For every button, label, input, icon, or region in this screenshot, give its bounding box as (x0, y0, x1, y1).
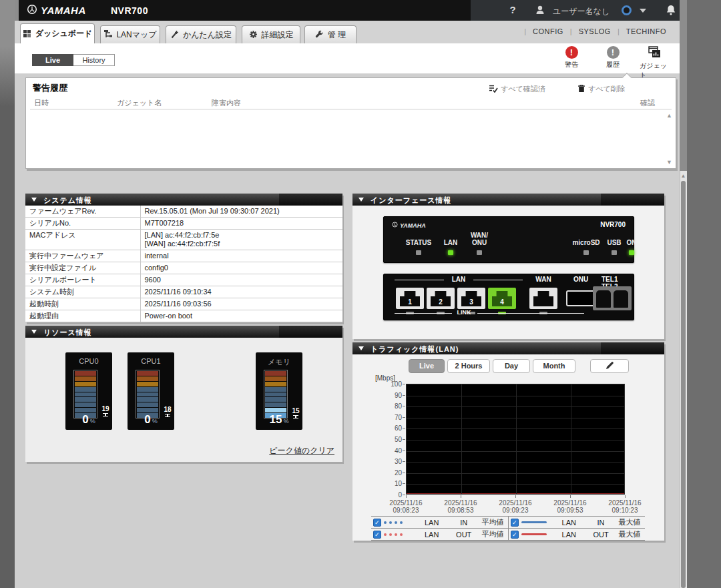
value-line: M7T007218 (145, 219, 339, 228)
device-rear-panel: LAN1234WANONUTEL1 TEL2LINK (383, 274, 634, 320)
quick-link-techinfo[interactable]: TECHINFO (620, 27, 673, 35)
y-tick-mark (403, 451, 405, 451)
value-line: [LAN] ac:44:f2:cb:f7:5e (145, 231, 339, 240)
quick-link-syslog[interactable]: SYSLOG (572, 27, 618, 35)
rj45-jack: 1 (400, 291, 420, 306)
gridline-h (407, 428, 624, 429)
y-tick-mark (403, 473, 405, 473)
live-toggle-button[interactable]: Live (32, 54, 73, 66)
legend-checkbox[interactable]: ✓ (373, 519, 381, 527)
interface-info-header[interactable]: インターフェース情報 (352, 194, 664, 206)
toolbar-icon-label: 警告 (565, 60, 578, 69)
lan-port-3: 3 (457, 288, 485, 309)
clear-peak-link[interactable]: ピーク値のクリア (269, 445, 334, 457)
solid-line-sample (521, 533, 551, 535)
window-left-edge (0, 0, 15, 588)
collapse-arrow-icon (31, 330, 37, 334)
x-label-time: 09:08:53 (437, 507, 485, 514)
y-tick-mark (403, 428, 405, 428)
panel-line (395, 280, 444, 280)
panel-line (473, 280, 523, 280)
legend-entry-LAN-OUT-平均値: ✓LANOUT平均値 (371, 529, 508, 540)
range-button-day[interactable]: Day (493, 359, 530, 373)
column-header-3: 確認 (640, 98, 655, 108)
brand: YAMAHA (27, 4, 86, 16)
system-info-row: 起動時刻2025/11/16 09:03:56 (25, 298, 342, 310)
system-info-header[interactable]: システム情報 (25, 194, 342, 206)
x-label-date: 2025/11/16 (491, 499, 539, 507)
system-row-value: M7T007218 (140, 218, 342, 230)
list-scroll-down[interactable]: ▼ (666, 159, 672, 166)
history-toggle-button[interactable]: History (73, 54, 115, 66)
dashboard-icon (23, 29, 32, 39)
tab-label: 管 理 (328, 29, 346, 41)
legend-row: ✓LANOUT平均値✓LANOUT最大値 (371, 529, 645, 541)
link-line (395, 313, 452, 314)
toolbar-icon-ガジェット[interactable]: ガジェット (640, 46, 669, 80)
toolbar-icon-履歴[interactable]: !履歴 (598, 46, 628, 80)
pencil-icon (605, 361, 614, 372)
legend-checkbox[interactable]: ✓ (511, 519, 519, 527)
system-row-value: Rev.15.05.01 (Mon Jul 19 09:30:07 2021) (140, 206, 342, 218)
system-row-value: 9600 (140, 274, 342, 286)
toolbar-icon-警告[interactable]: !警告 (557, 46, 586, 80)
x-tick-mark (625, 495, 626, 498)
delete-all-button[interactable]: すべて削除 (577, 84, 626, 94)
gridline-v (571, 384, 571, 494)
gauge-percent: 15% (256, 413, 302, 426)
gauge-segment (75, 382, 96, 386)
dot (389, 521, 392, 524)
range-button-2-hours[interactable]: 2 Hours (447, 359, 490, 373)
user-icon (534, 4, 546, 17)
gauge-segment (265, 382, 286, 386)
legend-checkbox[interactable]: ✓ (511, 531, 519, 539)
traffic-info-header[interactable]: トラフィック情報(LAN) (352, 342, 664, 354)
legend-entry-LAN-OUT-最大値: ✓LANOUT最大値 (508, 529, 645, 540)
tab-advanced[interactable]: 詳細設定 (242, 25, 300, 43)
traffic-info-panel: トラフィック情報(LAN) Live2 HoursDayMonth [Mbps]… (352, 342, 664, 541)
range-button-live[interactable]: Live (409, 359, 445, 373)
wan-label: WAN (535, 276, 551, 283)
legend-interface: LAN (413, 531, 451, 539)
legend-stat: 最大値 (614, 529, 645, 539)
list-scroll-up[interactable]: ▲ (666, 112, 672, 119)
tab-lanmap[interactable]: LANマップ (100, 25, 160, 43)
resource-info-header[interactable]: リソース情報 (25, 326, 342, 338)
legend-stat: 最大値 (614, 517, 645, 527)
yamaha-logo-icon (392, 222, 398, 229)
tab-management[interactable]: 管 理 (304, 25, 356, 43)
dotted-line-sample (384, 521, 413, 524)
collapse-arrow-icon (358, 346, 364, 350)
system-info-row: シリアルNo.M7T007218 (25, 218, 342, 230)
notification-bell-icon[interactable] (665, 4, 677, 17)
scrollbar-up-arrow[interactable]: ▲ (680, 173, 686, 180)
tab-label: 詳細設定 (262, 29, 294, 41)
tab-dashboard[interactable]: ダッシュボード (20, 23, 95, 43)
gadget-icon (648, 46, 661, 60)
gauge-segment (137, 397, 158, 402)
gridline-h (407, 473, 624, 474)
legend-checkbox[interactable]: ✓ (373, 531, 381, 539)
device-brand: YAMAHA (392, 222, 426, 229)
range-button-month[interactable]: Month (533, 359, 575, 373)
topbar: YAMAHA NVR700 ? ユーザー名なし (19, 0, 680, 21)
help-button[interactable]: ? (506, 4, 519, 15)
gauge-bar (73, 370, 97, 418)
scrollbar-thumb[interactable] (681, 181, 686, 588)
solid-line-sample (521, 521, 551, 523)
legend-direction: IN (451, 519, 477, 527)
tab-easy-setup[interactable]: かんたん設定 (166, 25, 236, 43)
front-led-label-2: WAN/ ONU (471, 232, 488, 246)
rj45-jack: 3 (461, 291, 481, 306)
quick-link-config[interactable]: CONFIG (526, 27, 570, 35)
value-line: config0 (145, 264, 339, 272)
tab-label: かんたん設定 (183, 29, 232, 41)
user-menu-caret[interactable] (640, 9, 646, 13)
x-tick-label: 2025/11/1609:09:23 (491, 499, 539, 514)
dot (389, 533, 392, 536)
confirm-all-button[interactable]: すべて確認済 (489, 84, 545, 94)
system-info-row: システム時刻2025/11/16 09:10:34 (25, 286, 342, 298)
resource-info-title: リソース情報 (43, 328, 92, 338)
lan-port-4: 4 (488, 288, 516, 309)
edit-chart-button[interactable] (590, 359, 629, 373)
